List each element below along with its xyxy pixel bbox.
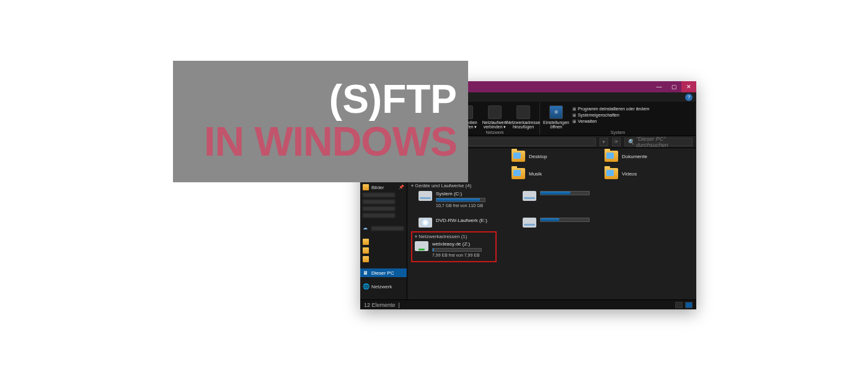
drive-bar [436,198,485,202]
drive-name: System (C:) [436,191,485,197]
sidebar-this-pc[interactable]: Dieser PC [360,268,407,277]
ribbon-einstellungen[interactable]: ⚙Einstellungen öffnen [544,105,569,129]
refresh-button[interactable]: ⟳ [612,138,621,146]
section-drives: Geräte und Laufwerke (4) System (C:) 10,… [411,183,693,228]
banner-line1: (S)FTP [329,79,457,119]
folder-icon [363,247,369,254]
network-drive-name: webdeasy.de (Z:) [432,241,482,247]
minimize-button[interactable]: — [652,81,666,92]
drive-2[interactable] [523,191,591,208]
view-details-button[interactable] [675,302,683,308]
folder-icon [363,256,369,262]
banner-overlay: (S)FTP IN WINDOWS [173,61,468,182]
address-dropdown[interactable]: ▾ [600,138,608,146]
folder-icon [512,151,525,162]
folder-desktop[interactable]: Desktop [512,151,576,162]
network-header[interactable]: Netzwerkadressen (1) [415,234,493,239]
cloud-icon [363,225,369,231]
blurred-icon [363,213,395,218]
folder-icon [604,168,618,179]
sidebar-bilder[interactable]: Bilder📌 [360,183,407,192]
search-placeholder: "Dieser PC" durchsuchen [636,136,689,148]
search-input[interactable]: 🔍 "Dieser PC" durchsuchen [624,138,693,146]
drive-dvd[interactable]: DVD-RW-Laufwerk (E:) [418,218,513,228]
view-icons-button[interactable] [685,302,693,308]
sidebar-item-folder[interactable] [360,246,407,255]
ribbon-group-system: ⚙Einstellungen öffnen Programm deinstall… [540,102,696,135]
folder-icon [363,239,369,245]
folder-musik[interactable]: Musik [512,168,576,179]
blurred-icon [363,206,395,211]
drive-c[interactable]: System (C:) 10,7 GB frei von 110 GB [418,191,513,208]
ribbon-system-list: Programm deinstallieren oder ändern Syst… [572,105,650,124]
folder-dokumente[interactable]: Dokumente [604,151,669,162]
blurred-icon [371,226,404,231]
search-icon: 🔍 [627,139,634,145]
drive-bar [540,218,590,222]
drive-icon [523,191,536,201]
blurred-icon [363,200,395,204]
network-drive-free: 7,99 EB frei von 7,99 EB [432,253,482,257]
network-drive-icon [415,241,428,251]
help-button[interactable]: ? [685,94,693,101]
sidebar-item-folder[interactable] [360,237,407,246]
drive-free: 10,7 GB frei von 110 GB [436,203,485,208]
drive-icon [523,218,536,228]
sidebar-item-folder[interactable] [360,255,407,264]
ribbon-verwalten[interactable]: Verwalten [572,119,650,124]
network-drive-z[interactable]: webdeasy.de (Z:) 7,99 EB frei von 7,99 E… [415,241,493,257]
ribbon-uninstall[interactable]: Programm deinstallieren oder ändern [572,107,650,112]
pc-icon [363,270,369,276]
pin-icon: 📌 [399,185,404,190]
section-network: Netzwerkadressen (1) webdeasy.de (Z:) 7,… [411,231,693,262]
maximize-button[interactable]: ▢ [666,81,681,92]
close-button[interactable]: ✕ [681,81,696,92]
sidebar-item-blurred[interactable] [360,224,407,232]
folder-icon [604,151,618,162]
status-text: 12 Elemente [364,302,396,308]
sidebar-item-blurred[interactable] [360,192,407,198]
sidebar-item-blurred[interactable] [360,198,407,205]
drive-bar [540,191,590,195]
folder-videos[interactable]: Videos [604,168,669,179]
drives-header[interactable]: Geräte und Laufwerke (4) [411,183,693,188]
network-highlight-box: Netzwerkadressen (1) webdeasy.de (Z:) 7,… [411,231,497,262]
folder-icon [512,168,525,179]
drive-3[interactable] [523,218,591,228]
banner-line2: IN WINDOWS [204,119,457,164]
status-bar: 12 Elemente | [360,299,696,309]
dvd-icon [418,218,432,228]
blurred-icon [363,193,395,197]
ribbon-sysprops[interactable]: Systemeigenschaften [572,113,650,118]
network-drive-bar [432,248,482,252]
folder-icon [363,184,369,190]
drive-icon [418,191,432,201]
sidebar-item-blurred[interactable] [360,212,407,219]
network-icon [363,283,369,290]
drive-name: DVD-RW-Laufwerk (E:) [436,218,487,223]
ribbon-netzlaufwerk[interactable]: Netzlaufwerk verbinden ▾ [482,105,507,129]
sidebar-item-blurred[interactable] [360,205,407,212]
sidebar-network[interactable]: Netzwerk [360,282,407,291]
ribbon-netzwerkadresse[interactable]: Netzwerkadresse hinzufügen [511,105,536,129]
ribbon-group-label: System [544,130,692,135]
gear-icon: ⚙ [549,105,563,119]
